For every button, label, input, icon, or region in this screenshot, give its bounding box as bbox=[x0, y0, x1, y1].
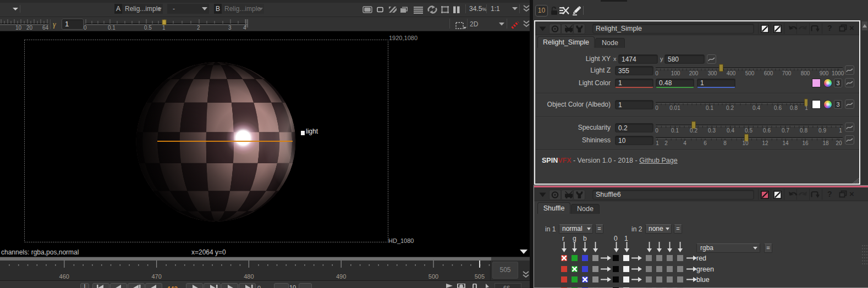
svg-text:1920,1080: 1920,1080 bbox=[389, 35, 417, 41]
svg-text:HD_1080: HD_1080 bbox=[388, 237, 414, 244]
svg-text:light: light bbox=[306, 128, 318, 135]
